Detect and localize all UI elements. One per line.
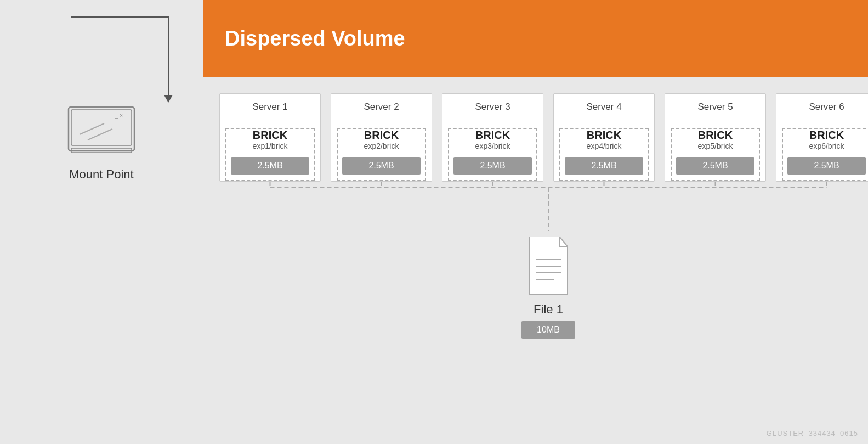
- servers-row: Server 1 BRICK exp1/brick 2.5MB Server 2…: [219, 93, 868, 182]
- brick-label-5: BRICK: [698, 129, 733, 142]
- brick-label-3: BRICK: [475, 129, 510, 142]
- brick-dashed-area-1: BRICK exp1/brick 2.5MB: [225, 128, 315, 181]
- server-card-1: Server 1 BRICK exp1/brick 2.5MB: [219, 93, 321, 182]
- brick-dashed-area-4: BRICK exp4/brick 2.5MB: [559, 128, 649, 181]
- arrow-vertical: [168, 16, 169, 96]
- volume-title: Dispersed Volume: [225, 27, 405, 50]
- brick-dashed-area-5: BRICK exp5/brick 2.5MB: [671, 128, 760, 181]
- main-container: _ × Mount Point Dispersed Volume Server …: [0, 0, 868, 444]
- watermark: GLUSTER_334434_0615: [767, 429, 858, 437]
- left-panel: _ × Mount Point: [0, 0, 203, 444]
- brick-path-3: exp3/brick: [475, 142, 510, 150]
- mount-point-label: Mount Point: [69, 167, 133, 183]
- brick-dashed-area-6: BRICK exp6/brick 2.5MB: [782, 128, 868, 181]
- file-section: File 1 10MB: [521, 237, 575, 339]
- brick-path-2: exp2/brick: [364, 142, 399, 150]
- content-area: Server 1 BRICK exp1/brick 2.5MB Server 2…: [203, 77, 868, 444]
- brick-path-6: exp6/brick: [809, 142, 844, 150]
- server-size-badge-6: 2.5MB: [787, 157, 866, 175]
- server-name-2: Server 2: [364, 102, 399, 113]
- servers-file-wrapper: Server 1 BRICK exp1/brick 2.5MB Server 2…: [219, 93, 868, 339]
- server-card-5: Server 5 BRICK exp5/brick 2.5MB: [665, 93, 766, 182]
- server-name-3: Server 3: [475, 102, 510, 113]
- file-name: File 1: [534, 302, 563, 317]
- server-card-4: Server 4 BRICK exp4/brick 2.5MB: [553, 93, 655, 182]
- server-card-6: Server 6 BRICK exp6/brick 2.5MB: [776, 93, 868, 182]
- svg-text:_ ×: _ ×: [115, 113, 123, 119]
- brick-dashed-area-3: BRICK exp3/brick 2.5MB: [448, 128, 537, 181]
- brick-path-1: exp1/brick: [253, 142, 288, 150]
- brick-path-4: exp4/brick: [587, 142, 622, 150]
- file-size-badge: 10MB: [521, 321, 575, 339]
- server-size-badge-1: 2.5MB: [231, 157, 309, 175]
- svg-line-3: [80, 123, 104, 134]
- server-size-badge-4: 2.5MB: [565, 157, 643, 175]
- server-name-6: Server 6: [809, 102, 844, 113]
- file-icon: [524, 237, 573, 297]
- svg-rect-0: [69, 107, 134, 151]
- server-name-4: Server 4: [586, 102, 621, 113]
- arrow-down-head: [164, 95, 173, 103]
- brick-dashed-area-2: BRICK exp2/brick 2.5MB: [337, 128, 426, 181]
- brick-label-2: BRICK: [364, 129, 399, 142]
- server-card-2: Server 2 BRICK exp2/brick 2.5MB: [331, 93, 432, 182]
- brick-path-5: exp5/brick: [698, 142, 733, 150]
- arrow-horizontal: [71, 16, 169, 18]
- server-size-badge-3: 2.5MB: [453, 157, 532, 175]
- connector-lines: [219, 182, 868, 231]
- server-size-badge-5: 2.5MB: [676, 157, 754, 175]
- server-card-3: Server 3 BRICK exp3/brick 2.5MB: [442, 93, 543, 182]
- orange-header: Dispersed Volume: [203, 0, 868, 77]
- server-name-1: Server 1: [252, 102, 287, 113]
- right-panel: Dispersed Volume Server 1 BRICK exp1/bri…: [203, 0, 868, 444]
- brick-label-1: BRICK: [253, 129, 287, 142]
- svg-line-4: [88, 129, 112, 140]
- server-size-badge-2: 2.5MB: [342, 157, 421, 175]
- server-name-5: Server 5: [697, 102, 733, 113]
- brick-label-4: BRICK: [587, 129, 621, 142]
- brick-label-6: BRICK: [809, 129, 844, 142]
- monitor-icon: _ ×: [66, 104, 137, 159]
